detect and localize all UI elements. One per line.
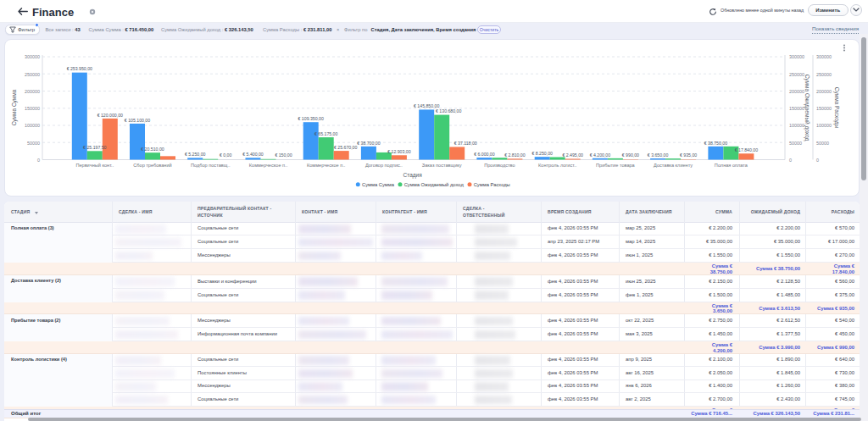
svg-text:Стадия: Стадия xyxy=(403,172,423,179)
svg-text:300000: 300000 xyxy=(25,54,40,59)
svg-text:250000: 250000 xyxy=(816,72,832,77)
svg-text:Производство: Производство xyxy=(484,163,515,168)
svg-text:300000: 300000 xyxy=(816,54,832,59)
svg-text:€ 150,00: € 150,00 xyxy=(275,152,292,158)
svg-text:€ 105.100,00: € 105.100,00 xyxy=(125,118,150,123)
svg-text:€ 990,00: € 990,00 xyxy=(622,152,639,158)
svg-text:300000: 300000 xyxy=(789,54,804,59)
svg-text:€ 935,00: € 935,00 xyxy=(680,152,697,158)
svg-text:€ 109.350,00: € 109.350,00 xyxy=(298,116,324,121)
svg-text:200000: 200000 xyxy=(25,89,40,94)
svg-text:€ 25.197,50: € 25.197,50 xyxy=(83,145,107,150)
svg-text:Сумма Сумма: Сумма Сумма xyxy=(362,182,395,187)
svg-text:€ 17.840,00: € 17.840,00 xyxy=(735,147,759,152)
svg-text:150000: 150000 xyxy=(816,106,832,111)
svg-text:50000: 50000 xyxy=(816,141,829,146)
svg-text:Полная оплата: Полная оплата xyxy=(715,163,748,168)
svg-text:€ 2.495,00: € 2.495,00 xyxy=(562,152,583,158)
svg-text:Заказ поставщику: Заказ поставщику xyxy=(422,163,462,168)
svg-text:Договор подпис..: Договор подпис.. xyxy=(365,163,403,168)
svg-text:€ 65.175,00: € 65.175,00 xyxy=(314,131,338,136)
svg-text:100000: 100000 xyxy=(789,123,804,128)
svg-text:€ 37.118,00: € 37.118,00 xyxy=(454,141,477,146)
svg-text:Сумма Расходы: Сумма Расходы xyxy=(474,182,510,187)
svg-text:50000: 50000 xyxy=(789,141,802,146)
svg-text:€ 20.510,00: € 20.510,00 xyxy=(141,147,164,152)
svg-text:250000: 250000 xyxy=(25,72,40,77)
svg-text:Доставка клиенту: Доставка клиенту xyxy=(654,163,693,168)
svg-text:0: 0 xyxy=(789,158,792,163)
svg-text:€ 25.670,00: € 25.670,00 xyxy=(334,145,358,150)
svg-text:100000: 100000 xyxy=(25,123,40,128)
svg-text:€ 145.850,00: € 145.850,00 xyxy=(414,103,439,108)
svg-text:Сумма Расходы: Сумма Расходы xyxy=(833,87,840,129)
svg-text:Коммерческое п..: Коммерческое п.. xyxy=(307,163,346,168)
svg-text:€ 0,00: € 0,00 xyxy=(220,152,232,158)
svg-text:€ 8.250,00: € 8.250,00 xyxy=(531,151,553,156)
svg-text:150000: 150000 xyxy=(789,106,804,111)
svg-text:€ 130.680,00: € 130.680,00 xyxy=(436,108,461,114)
svg-text:Коммерческое п..: Коммерческое п.. xyxy=(249,163,288,168)
svg-text:Контроль логист..: Контроль логист.. xyxy=(538,163,577,168)
svg-text:€ 120.000,00: € 120.000,00 xyxy=(97,113,123,118)
svg-text:250000: 250000 xyxy=(789,72,804,77)
svg-text:200000: 200000 xyxy=(816,89,832,94)
svg-text:Сумма Ожидаемый доход: Сумма Ожидаемый доход xyxy=(404,182,465,187)
svg-text:50000: 50000 xyxy=(27,141,40,146)
svg-text:150000: 150000 xyxy=(25,106,40,111)
svg-text:€ 38.750,00: € 38.750,00 xyxy=(704,141,728,146)
svg-text:€ 5.250,00: € 5.250,00 xyxy=(185,152,206,157)
svg-text:Сумма Ожидаемый доход: Сумма Ожидаемый доход xyxy=(804,75,810,141)
svg-text:€ 253.950,00: € 253.950,00 xyxy=(67,66,92,71)
svg-text:€ 6.000,00: € 6.000,00 xyxy=(474,152,495,157)
svg-text:200000: 200000 xyxy=(789,89,804,94)
svg-text:0: 0 xyxy=(37,158,40,163)
svg-text:0: 0 xyxy=(816,158,819,163)
svg-text:€ 5.400,00: € 5.400,00 xyxy=(242,152,264,157)
svg-text:€ 12.903,00: € 12.903,00 xyxy=(387,149,411,154)
svg-text:€ 4.200,00: € 4.200,00 xyxy=(590,152,611,158)
svg-text:Сумма Сумма: Сумма Сумма xyxy=(11,89,18,125)
svg-text:Прибытие товара: Прибытие товара xyxy=(596,163,636,168)
svg-text:Сбор требований: Сбор требований xyxy=(133,163,171,168)
svg-text:€ 2.810,00: € 2.810,00 xyxy=(504,152,526,158)
svg-text:€ 3.650,00: € 3.650,00 xyxy=(648,152,669,158)
svg-text:Первичный конт..: Первичный конт.. xyxy=(75,163,114,168)
svg-text:Подбор поставщ..: Подбор поставщ.. xyxy=(191,163,231,168)
svg-text:100000: 100000 xyxy=(816,123,832,128)
svg-text:€ 38.700,00: € 38.700,00 xyxy=(357,141,381,146)
